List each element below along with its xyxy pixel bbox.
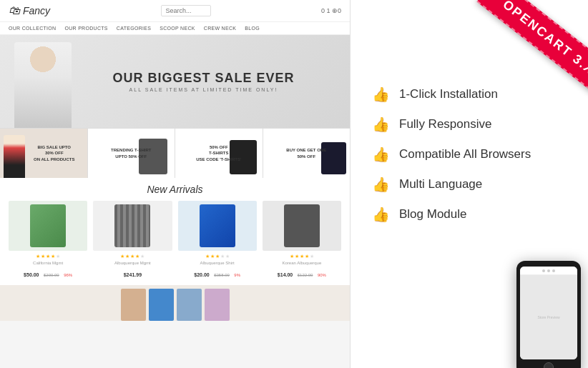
product-stars-4: ★ ★ ★ ★ ★: [263, 254, 341, 259]
promo-item-3: 50% OFFT-SHIRTSUSE CODE 'T-SHIRTS': [175, 129, 263, 178]
promo-text-1: BIG SALE UPTO30% OFFON ALL PRODUCTS: [31, 141, 77, 165]
star-empty: ★: [310, 254, 314, 259]
star-empty: ★: [140, 254, 144, 259]
product-stars-3: ★ ★ ★ ★ ★: [178, 254, 257, 259]
phone-screen: Store Preview: [520, 267, 577, 359]
store-search-input[interactable]: [161, 5, 211, 16]
product-price-value-1: $50.00: [24, 272, 39, 277]
phone-header-dot: [547, 269, 550, 272]
phone-header-dot: [542, 269, 545, 272]
promo-text-2: TRENDING T-SHIRTUPTO 50% OFF: [108, 144, 154, 162]
nav-item-scoop[interactable]: SCOOP NECK: [160, 26, 195, 31]
product-old-price-1: $200.00: [44, 273, 59, 277]
store-logo-text: Fancy: [23, 5, 50, 16]
star: ★: [210, 254, 215, 259]
product-price-3: $20.00 $358.00 9%: [178, 267, 257, 279]
promo-item-2: TRENDING T-SHIRTUPTO 50% OFF: [88, 129, 176, 178]
store-nav: OUR COLLECTION OUR PRODUCTS CATEGORIES S…: [0, 22, 350, 35]
star-empty: ★: [220, 254, 225, 259]
star: ★: [36, 254, 40, 259]
thumbs-up-icon-5: 👍: [372, 206, 389, 223]
phone-screen-text: Store Preview: [537, 315, 559, 319]
product-badge-3: 9%: [234, 273, 240, 277]
star: ★: [135, 254, 139, 259]
product-price-value-3: $20.00: [194, 272, 209, 277]
star-empty: ★: [225, 254, 230, 259]
store-preview: 🛍 Fancy 0 1 ⊕0 OUR COLLECTION OUR PRODUC…: [0, 0, 351, 368]
nav-item-collection[interactable]: OUR COLLECTION: [9, 26, 56, 31]
cart-count: 0 1 ⊕0: [321, 7, 341, 14]
star-empty: ★: [56, 254, 60, 259]
product-badge-4: 90%: [318, 273, 326, 277]
feature-label-3: Compatible All Browsers: [399, 147, 531, 161]
nav-item-categories[interactable]: CATEGORIES: [117, 26, 151, 31]
star: ★: [305, 254, 309, 259]
product-price-4: $14.00 $122.00 90%: [263, 267, 341, 279]
hero-text: OUR BIGGEST SALE EVER ALL SALE ITEMS AT …: [112, 71, 294, 92]
promo-strip: BIG SALE UPTO30% OFFON ALL PRODUCTS TREN…: [0, 128, 350, 178]
hero-model-body: [14, 42, 72, 128]
product-image-1: [9, 201, 87, 251]
new-arrivals-title: New Arrivals: [9, 184, 341, 195]
store-logo-icon: 🛍: [9, 4, 20, 17]
star: ★: [41, 254, 45, 259]
store-cart-area: 0 1 ⊕0: [321, 7, 341, 14]
product-card-3[interactable]: ★ ★ ★ ★ ★ Albuquerque Shirt $20.00 $358.…: [178, 201, 257, 279]
shirt-graphic-1: [30, 204, 66, 247]
promo-mini-model: [4, 135, 25, 178]
star: ★: [51, 254, 55, 259]
star: ★: [46, 254, 50, 259]
product-stars-2: ★ ★ ★ ★ ★: [93, 254, 172, 259]
product-image-3: [178, 201, 257, 251]
star: ★: [120, 254, 124, 259]
phone-header-bar: [520, 267, 577, 275]
promo-text-4: BUY ONE GET ONE50% OFF: [283, 144, 329, 162]
hero-title: OUR BIGGEST SALE EVER: [112, 71, 294, 86]
shirt-graphic-2: [114, 204, 150, 247]
opencart-ribbon: OPENCART 3.X: [476, 0, 588, 99]
nav-item-blog[interactable]: BLOG: [245, 26, 260, 31]
thumbs-up-icon-4: 👍: [372, 176, 389, 193]
product-old-price-3: $358.00: [214, 273, 230, 277]
product-name-1: California Mgmt: [9, 261, 87, 265]
product-badge-1: 96%: [64, 273, 72, 277]
product-image-4: [263, 201, 341, 251]
right-panel: OPENCART 3.X 👍 1-Click Installation 👍 Fu…: [351, 0, 588, 368]
star: ★: [130, 254, 134, 259]
feature-label-4: Multi Language: [399, 177, 482, 192]
star: ★: [300, 254, 304, 259]
product-card-1[interactable]: ★ ★ ★ ★ ★ California Mgmt $50.00 $200.00…: [9, 201, 87, 279]
promo-text-3: 50% OFFT-SHIRTSUSE CODE 'T-SHIRTS': [193, 141, 244, 165]
nav-item-crew[interactable]: CREW NECK: [204, 26, 236, 31]
hanging-shirt-3: [177, 289, 202, 321]
star: ★: [295, 254, 299, 259]
product-card-4[interactable]: ★ ★ ★ ★ ★ Korean Albuquerque $14.00 $122…: [263, 201, 341, 279]
store-logo: 🛍 Fancy: [9, 4, 50, 17]
product-price-value-4: $14.00: [278, 272, 293, 277]
bottom-shirts: [0, 285, 350, 321]
promo-item-1: BIG SALE UPTO30% OFFON ALL PRODUCTS: [0, 129, 88, 178]
product-old-price-4: $122.00: [298, 273, 313, 277]
hero-banner: OUR BIGGEST SALE EVER ALL SALE ITEMS AT …: [0, 35, 350, 128]
shirt-graphic-4: [284, 204, 320, 247]
store-header: 🛍 Fancy 0 1 ⊕0: [0, 0, 350, 22]
thumbs-up-icon-2: 👍: [372, 116, 389, 133]
product-price-2: $241.99: [93, 267, 172, 279]
hanging-shirt-4: [205, 289, 230, 321]
nav-item-products[interactable]: OUR PRODUCTS: [64, 26, 107, 31]
product-image-2: [93, 201, 172, 251]
hero-subtitle: ALL SALE ITEMS AT LIMITED TIME ONLY!: [112, 87, 294, 92]
star: ★: [205, 254, 210, 259]
star: ★: [215, 254, 220, 259]
new-arrivals-section: New Arrivals ★ ★ ★ ★ ★ California Mgmt $…: [0, 178, 350, 285]
feature-label-5: Blog Module: [399, 207, 467, 222]
product-price-1: $50.00 $200.00 96%: [9, 267, 87, 279]
ribbon-container: OPENCART 3.X: [416, 0, 588, 143]
product-price-value-2: $241.99: [124, 272, 142, 277]
phone-content-area: Store Preview: [520, 275, 577, 359]
product-name-2: Albuquerque Mgmt: [93, 261, 172, 265]
phone-home-button: [544, 362, 554, 368]
star: ★: [125, 254, 129, 259]
phone-mockup: Store Preview: [516, 261, 581, 368]
product-card-2[interactable]: ★ ★ ★ ★ ★ Albuquerque Mgmt $241.99: [93, 201, 172, 279]
